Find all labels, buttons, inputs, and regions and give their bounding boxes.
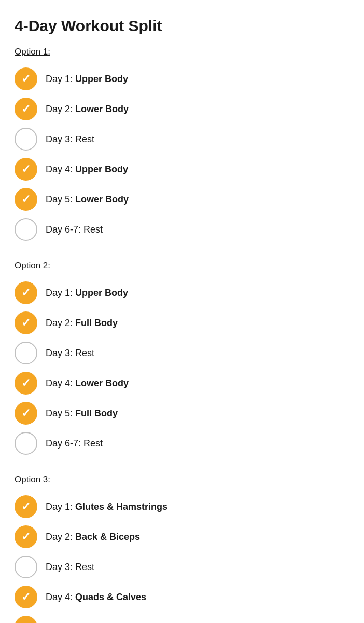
day-bold-label: Upper Body <box>75 164 128 174</box>
list-item: ✓Day 2: Full Body <box>15 308 349 337</box>
day-bold-label: Upper Body <box>75 288 128 298</box>
unchecked-icon[interactable] <box>15 556 37 578</box>
day-label: Day 6-7: Rest <box>46 224 103 235</box>
day-label: Day 5: Lower Body <box>46 194 129 205</box>
list-item: ✓Day 2: Back & Biceps <box>15 522 349 551</box>
day-bold-label: Back & Biceps <box>75 532 140 542</box>
checkmark: ✓ <box>21 591 31 603</box>
section-label-option2: Option 2: <box>15 261 349 271</box>
day-bold-label: Quads & Calves <box>75 592 146 602</box>
list-item: Day 6-7: Rest <box>15 429 349 458</box>
checkmark: ✓ <box>21 531 31 543</box>
day-label: Day 1: Upper Body <box>46 74 128 85</box>
checkmark: ✓ <box>21 103 31 115</box>
checked-icon[interactable]: ✓ <box>15 525 37 548</box>
day-list-option1: ✓Day 1: Upper Body✓Day 2: Lower BodyDay … <box>15 64 349 244</box>
day-label: Day 1: Glutes & Hamstrings <box>46 502 167 512</box>
checked-icon[interactable]: ✓ <box>15 188 37 211</box>
checked-icon[interactable]: ✓ <box>15 98 37 120</box>
list-item: ✓Day 5: Lower Body <box>15 185 349 214</box>
day-bold-label: Full Body <box>75 408 118 418</box>
day-list-option2: ✓Day 1: Upper Body✓Day 2: Full BodyDay 3… <box>15 278 349 458</box>
checkmark: ✓ <box>21 194 31 205</box>
list-item: ✓Day 2: Lower Body <box>15 94 349 124</box>
day-label: Day 6-7: Rest <box>46 438 103 449</box>
day-label: Day 3: Rest <box>46 348 94 359</box>
day-bold-label: Glutes & Hamstrings <box>75 502 167 512</box>
checkmark: ✓ <box>21 501 31 512</box>
list-item: Day 3: Rest <box>15 338 349 368</box>
unchecked-icon[interactable] <box>15 128 37 151</box>
day-bold-label: Lower Body <box>75 104 129 114</box>
checkmark: ✓ <box>21 408 31 419</box>
checked-icon[interactable]: ✓ <box>15 586 37 608</box>
checked-icon[interactable]: ✓ <box>15 402 37 425</box>
day-label: Day 5: Full Body <box>46 408 118 419</box>
page-title: 4-Day Workout Split <box>15 17 349 35</box>
day-label: Day 3: Rest <box>46 562 94 573</box>
day-bold-label: Lower Body <box>75 194 129 205</box>
list-item: ✓Day 4: Lower Body <box>15 369 349 398</box>
day-list-option3: ✓Day 1: Glutes & Hamstrings✓Day 2: Back … <box>15 492 349 623</box>
list-item: ✓Day 4: Upper Body <box>15 155 349 184</box>
checked-icon[interactable]: ✓ <box>15 312 37 334</box>
checked-icon[interactable]: ✓ <box>15 281 37 304</box>
checkmark: ✓ <box>21 377 31 389</box>
list-item: ✓Day 5: Full Body <box>15 399 349 428</box>
day-label: Day 2: Lower Body <box>46 104 129 115</box>
day-label: Day 4: Upper Body <box>46 164 128 175</box>
day-bold-label: Lower Body <box>75 378 129 388</box>
day-label: Day 4: Quads & Calves <box>46 592 146 603</box>
list-item: ✓Day 5: Chest, Shoulders & Triceps <box>15 613 349 623</box>
day-label: Day 2: Back & Biceps <box>46 532 140 543</box>
checked-icon[interactable]: ✓ <box>15 616 37 623</box>
unchecked-icon[interactable] <box>15 218 37 241</box>
day-label: Day 4: Lower Body <box>46 378 129 389</box>
checkmark: ✓ <box>21 317 31 329</box>
checked-icon[interactable]: ✓ <box>15 158 37 181</box>
section-label-option1: Option 1: <box>15 47 349 57</box>
checkmark: ✓ <box>21 164 31 175</box>
list-item: Day 3: Rest <box>15 552 349 581</box>
list-item: ✓Day 1: Upper Body <box>15 278 349 307</box>
list-item: Day 6-7: Rest <box>15 215 349 244</box>
section-label-option3: Option 3: <box>15 475 349 485</box>
checked-icon[interactable]: ✓ <box>15 67 37 90</box>
checkmark: ✓ <box>21 287 31 299</box>
day-bold-label: Upper Body <box>75 74 128 84</box>
list-item: ✓Day 1: Glutes & Hamstrings <box>15 492 349 521</box>
section-option2: Option 2:✓Day 1: Upper Body✓Day 2: Full … <box>15 261 349 458</box>
checkmark: ✓ <box>21 73 31 85</box>
section-option3: Option 3:✓Day 1: Glutes & Hamstrings✓Day… <box>15 475 349 623</box>
day-label: Day 2: Full Body <box>46 318 118 329</box>
day-label: Day 1: Upper Body <box>46 288 128 299</box>
checked-icon[interactable]: ✓ <box>15 495 37 518</box>
unchecked-icon[interactable] <box>15 432 37 455</box>
day-bold-label: Full Body <box>75 318 118 328</box>
unchecked-icon[interactable] <box>15 342 37 364</box>
section-option1: Option 1:✓Day 1: Upper Body✓Day 2: Lower… <box>15 47 349 244</box>
day-label: Day 3: Rest <box>46 134 94 145</box>
list-item: ✓Day 4: Quads & Calves <box>15 583 349 612</box>
checked-icon[interactable]: ✓ <box>15 372 37 395</box>
list-item: ✓Day 1: Upper Body <box>15 64 349 93</box>
list-item: Day 3: Rest <box>15 125 349 154</box>
